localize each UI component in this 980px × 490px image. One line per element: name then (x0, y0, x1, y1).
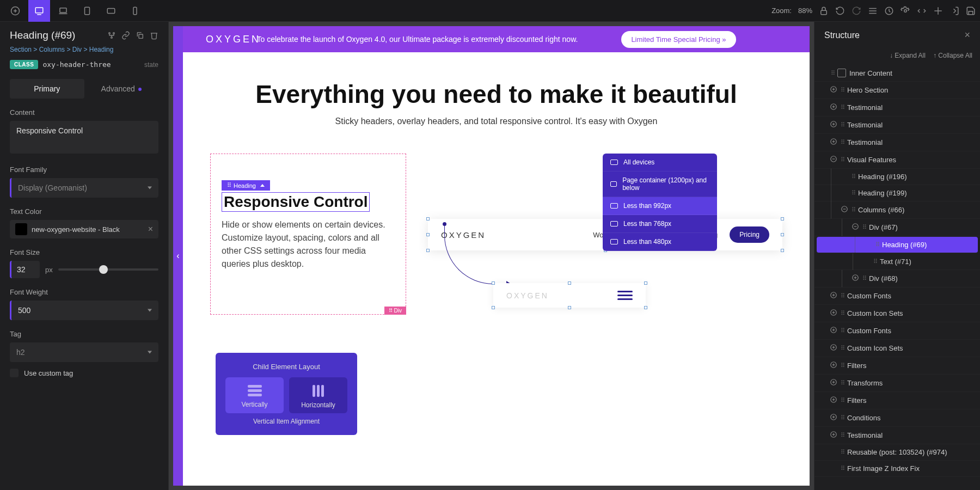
close-structure-icon[interactable]: × (964, 29, 970, 41)
content-input[interactable]: Responsive Control (10, 121, 158, 154)
canvas-collapse-caret[interactable]: ‹ (173, 26, 183, 486)
font-size-unit[interactable]: px (45, 266, 53, 274)
font-size-slider[interactable] (58, 268, 158, 271)
class-state[interactable]: state (144, 61, 158, 69)
collapse-icon[interactable] (830, 155, 837, 164)
tree-item[interactable]: ⠿Testimonial (814, 134, 980, 151)
tree-item[interactable]: ⠿Custom Fonts (814, 287, 980, 305)
expand-icon[interactable] (830, 85, 837, 95)
undo-icon[interactable] (835, 6, 845, 16)
collapse-icon[interactable] (852, 223, 859, 232)
exit-icon[interactable] (950, 6, 959, 16)
grip-icon[interactable]: ⠿ (841, 292, 844, 299)
grip-icon[interactable]: ⠿ (841, 465, 844, 472)
copy-icon[interactable] (136, 31, 144, 40)
font-size-input[interactable] (10, 261, 40, 278)
expand-icon[interactable] (830, 120, 837, 130)
element-tag-heading[interactable]: ⠿ Heading (222, 180, 270, 191)
tree-item[interactable]: ⠿Inner Content (814, 65, 980, 82)
expand-icon[interactable] (830, 413, 837, 422)
grip-icon[interactable]: ⠿ (841, 104, 844, 111)
grip-icon[interactable]: ⠿ (852, 206, 855, 213)
tree-item[interactable]: ⠿Hero Section (814, 82, 980, 99)
grip-icon[interactable]: ⠿ (841, 156, 844, 163)
viewport-laptop-button[interactable] (52, 0, 74, 22)
canvas-preview[interactable]: OXYGEN To celebrate the launch of Oxygen… (183, 26, 810, 486)
viewport-desktop-button[interactable] (28, 0, 50, 22)
grip-icon[interactable]: ⠿ (841, 432, 844, 439)
text-color-picker[interactable]: new-oxygen-website - Black × (10, 220, 158, 238)
grip-icon[interactable]: ⠿ (862, 224, 866, 231)
viewport-phone-button[interactable] (124, 0, 146, 22)
code-icon[interactable] (917, 6, 927, 16)
tree-item[interactable]: ⠿Filters (814, 392, 980, 409)
expand-icon[interactable] (830, 326, 837, 335)
tree-item[interactable]: ⠿Custom Icon Sets (814, 340, 980, 357)
tree-item[interactable]: ⠿Reusable (post: 103524) (#974) (814, 444, 980, 461)
tree-item[interactable]: ⠿Testimonial (814, 117, 980, 134)
save-icon[interactable] (966, 6, 976, 16)
add-element-button[interactable] (4, 0, 26, 22)
expand-icon[interactable] (830, 309, 837, 318)
history-icon[interactable] (884, 6, 894, 16)
tab-advanced[interactable]: Advanced (84, 79, 159, 99)
expand-icon[interactable] (830, 138, 837, 147)
collapse-all-button[interactable]: ↑ Collapse All (933, 52, 972, 59)
tag-select[interactable]: h2 (10, 342, 158, 362)
tree-icon[interactable] (107, 31, 116, 40)
selected-heading[interactable]: Responsive Control (222, 192, 370, 212)
banner-cta-button[interactable]: Limited Time Special Pricing » (621, 31, 736, 48)
tree-item[interactable]: ⠿Testimonial (814, 427, 980, 444)
tree-item[interactable]: ⠿Columns (#66) (814, 201, 980, 219)
grip-icon[interactable]: ⠿ (852, 173, 855, 180)
grip-icon[interactable]: ⠿ (852, 189, 855, 197)
tree-item[interactable]: ⠿Div (#67) (814, 219, 980, 236)
grip-icon[interactable]: ⠿ (841, 379, 844, 387)
link-icon[interactable] (121, 31, 130, 40)
grip-icon[interactable]: ⠿ (875, 241, 879, 248)
trash-icon[interactable] (150, 31, 158, 40)
grip-icon[interactable]: ⠿ (841, 397, 844, 404)
expand-icon[interactable] (830, 361, 837, 370)
collapse-icon[interactable] (841, 205, 848, 215)
grip-icon[interactable]: ⠿ (841, 87, 844, 94)
expand-icon[interactable] (830, 396, 837, 405)
settings-icon[interactable] (901, 6, 910, 16)
grip-icon[interactable]: ⠿ (841, 449, 844, 456)
grid-icon[interactable] (933, 6, 943, 16)
tree-item[interactable]: ⠿Custom Icon Sets (814, 305, 980, 322)
grip-icon[interactable]: ⠿ (862, 275, 866, 282)
element-tag-div[interactable]: ⠿ Div (384, 307, 406, 315)
grip-icon[interactable]: ⠿ (841, 139, 844, 146)
expand-icon[interactable] (830, 103, 837, 112)
breadcrumb[interactable]: Section > Columns > Div > Heading (10, 46, 158, 53)
expand-icon[interactable] (830, 378, 837, 388)
viewport-tablet-landscape-button[interactable] (100, 0, 122, 22)
font-family-select[interactable]: Display (Geomanist) (10, 178, 158, 198)
grip-icon[interactable]: ⠿ (841, 362, 844, 369)
structure-icon[interactable] (868, 6, 878, 16)
tree-item[interactable]: ⠿Conditions (814, 409, 980, 427)
grip-icon[interactable]: ⠿ (841, 345, 844, 352)
lock-icon[interactable] (819, 6, 829, 16)
selected-div-outline[interactable]: ⠿ Heading ⠿ Div Responsive Control Hide … (210, 154, 406, 315)
tree-item[interactable]: ⠿Visual Features (814, 151, 980, 169)
tree-item[interactable]: ⠿Text (#71) (814, 254, 980, 270)
viewport-tablet-button[interactable] (76, 0, 98, 22)
tree-item[interactable]: ⠿Heading (#199) (814, 185, 980, 201)
expand-icon[interactable] (830, 431, 837, 440)
grip-icon[interactable]: ⠿ (841, 310, 844, 317)
tree-item[interactable]: ⠿Custom Fonts (814, 322, 980, 340)
grip-icon[interactable]: ⠿ (873, 258, 877, 265)
tree-item[interactable]: ⠿Div (#68) (814, 270, 980, 287)
redo-icon[interactable] (852, 6, 861, 16)
grip-icon[interactable]: ⠿ (831, 70, 834, 77)
expand-all-button[interactable]: ↓ Expand All (890, 52, 926, 59)
font-weight-select[interactable]: 500 (10, 301, 158, 320)
tab-primary[interactable]: Primary (10, 79, 84, 99)
grip-icon[interactable]: ⠿ (841, 414, 844, 421)
expand-icon[interactable] (830, 291, 837, 301)
grip-icon[interactable]: ⠿ (841, 121, 844, 128)
expand-icon[interactable] (852, 274, 859, 283)
tree-item[interactable]: ⠿Transforms (814, 375, 980, 392)
